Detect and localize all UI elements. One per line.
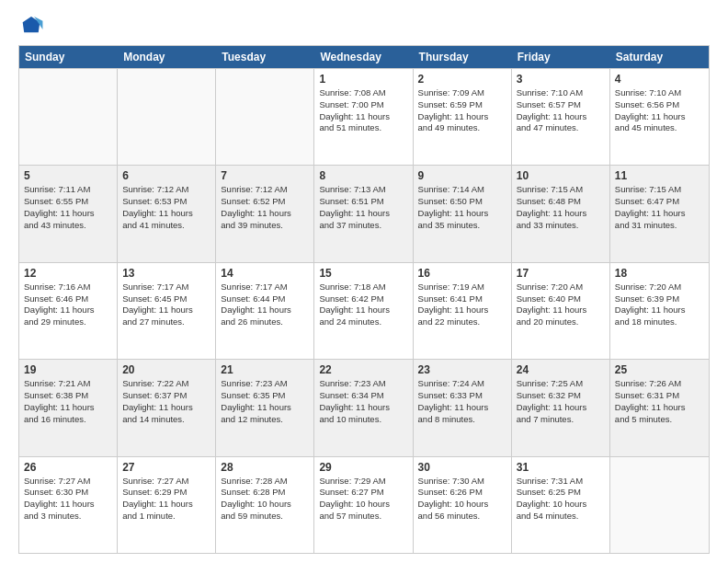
calendar-page: SundayMondayTuesdayWednesdayThursdayFrid… xyxy=(0,0,728,563)
logo-icon xyxy=(18,14,44,40)
cell-info: Sunrise: 7:18 AM Sunset: 6:42 PM Dayligh… xyxy=(319,282,407,328)
cell-info: Sunrise: 7:21 AM Sunset: 6:38 PM Dayligh… xyxy=(24,378,112,425)
header-day-saturday: Saturday xyxy=(610,46,709,68)
calendar-cell xyxy=(610,457,709,553)
calendar-header: SundayMondayTuesdayWednesdayThursdayFrid… xyxy=(19,46,709,68)
cell-info: Sunrise: 7:23 AM Sunset: 6:35 PM Dayligh… xyxy=(221,378,309,425)
calendar-cell: 13Sunrise: 7:17 AM Sunset: 6:45 PM Dayli… xyxy=(118,263,216,359)
cell-day-number: 21 xyxy=(221,363,309,376)
header-day-sunday: Sunday xyxy=(19,46,118,68)
cell-info: Sunrise: 7:23 AM Sunset: 6:34 PM Dayligh… xyxy=(319,378,407,425)
calendar-cell: 26Sunrise: 7:27 AM Sunset: 6:30 PM Dayli… xyxy=(19,457,118,553)
cell-day-number: 17 xyxy=(517,267,605,280)
cell-day-number: 1 xyxy=(319,73,407,86)
calendar-cell: 23Sunrise: 7:24 AM Sunset: 6:33 PM Dayli… xyxy=(414,360,512,455)
cell-day-number: 11 xyxy=(615,169,704,182)
calendar-cell xyxy=(118,69,216,165)
calendar-cell: 1Sunrise: 7:08 AM Sunset: 7:00 PM Daylig… xyxy=(314,69,413,165)
calendar-cell: 15Sunrise: 7:18 AM Sunset: 6:42 PM Dayli… xyxy=(314,263,413,359)
cell-day-number: 31 xyxy=(517,461,605,474)
cell-day-number: 27 xyxy=(122,461,210,474)
calendar-cell: 12Sunrise: 7:16 AM Sunset: 6:46 PM Dayli… xyxy=(19,263,118,359)
calendar-week-2: 5Sunrise: 7:11 AM Sunset: 6:55 PM Daylig… xyxy=(19,165,709,261)
cell-info: Sunrise: 7:14 AM Sunset: 6:50 PM Dayligh… xyxy=(418,184,506,231)
calendar-cell: 27Sunrise: 7:27 AM Sunset: 6:29 PM Dayli… xyxy=(118,457,216,553)
cell-day-number: 25 xyxy=(615,363,704,376)
cell-info: Sunrise: 7:24 AM Sunset: 6:33 PM Dayligh… xyxy=(418,378,506,425)
cell-day-number: 15 xyxy=(319,267,407,280)
calendar-cell: 19Sunrise: 7:21 AM Sunset: 6:38 PM Dayli… xyxy=(19,360,118,455)
cell-day-number: 26 xyxy=(24,461,112,474)
calendar-cell: 10Sunrise: 7:15 AM Sunset: 6:48 PM Dayli… xyxy=(512,166,610,261)
calendar-cell: 4Sunrise: 7:10 AM Sunset: 6:56 PM Daylig… xyxy=(610,69,709,165)
cell-info: Sunrise: 7:28 AM Sunset: 6:28 PM Dayligh… xyxy=(221,476,309,523)
cell-info: Sunrise: 7:20 AM Sunset: 6:40 PM Dayligh… xyxy=(517,282,605,328)
cell-info: Sunrise: 7:22 AM Sunset: 6:37 PM Dayligh… xyxy=(122,378,210,425)
calendar-cell: 7Sunrise: 7:12 AM Sunset: 6:52 PM Daylig… xyxy=(216,166,314,261)
cell-info: Sunrise: 7:09 AM Sunset: 6:59 PM Dayligh… xyxy=(418,87,506,134)
cell-day-number: 28 xyxy=(221,461,309,474)
calendar-cell: 9Sunrise: 7:14 AM Sunset: 6:50 PM Daylig… xyxy=(414,166,512,261)
calendar-cell xyxy=(19,69,118,165)
calendar-cell: 20Sunrise: 7:22 AM Sunset: 6:37 PM Dayli… xyxy=(118,360,216,455)
calendar-cell: 30Sunrise: 7:30 AM Sunset: 6:26 PM Dayli… xyxy=(414,457,512,553)
calendar-cell: 16Sunrise: 7:19 AM Sunset: 6:41 PM Dayli… xyxy=(414,263,512,359)
logo xyxy=(18,14,48,40)
cell-info: Sunrise: 7:10 AM Sunset: 6:56 PM Dayligh… xyxy=(615,87,704,134)
cell-day-number: 30 xyxy=(418,461,506,474)
calendar-week-4: 19Sunrise: 7:21 AM Sunset: 6:38 PM Dayli… xyxy=(19,359,709,455)
calendar-week-5: 26Sunrise: 7:27 AM Sunset: 6:30 PM Dayli… xyxy=(19,456,709,553)
cell-day-number: 3 xyxy=(517,73,605,86)
header-day-wednesday: Wednesday xyxy=(314,46,413,68)
cell-info: Sunrise: 7:17 AM Sunset: 6:44 PM Dayligh… xyxy=(221,282,309,328)
cell-day-number: 19 xyxy=(24,363,112,376)
cell-day-number: 4 xyxy=(615,73,704,86)
cell-day-number: 29 xyxy=(319,461,407,474)
calendar-cell: 21Sunrise: 7:23 AM Sunset: 6:35 PM Dayli… xyxy=(216,360,314,455)
cell-info: Sunrise: 7:12 AM Sunset: 6:52 PM Dayligh… xyxy=(221,184,309,231)
cell-info: Sunrise: 7:27 AM Sunset: 6:29 PM Dayligh… xyxy=(122,476,210,523)
cell-day-number: 22 xyxy=(319,363,407,376)
header-day-friday: Friday xyxy=(512,46,610,68)
cell-info: Sunrise: 7:27 AM Sunset: 6:30 PM Dayligh… xyxy=(24,476,112,523)
header-day-tuesday: Tuesday xyxy=(216,46,314,68)
cell-day-number: 20 xyxy=(122,363,210,376)
cell-day-number: 18 xyxy=(615,267,704,280)
cell-info: Sunrise: 7:12 AM Sunset: 6:53 PM Dayligh… xyxy=(122,184,210,231)
cell-info: Sunrise: 7:30 AM Sunset: 6:26 PM Dayligh… xyxy=(418,476,506,523)
calendar-body: 1Sunrise: 7:08 AM Sunset: 7:00 PM Daylig… xyxy=(19,68,709,553)
cell-day-number: 9 xyxy=(418,169,506,182)
cell-info: Sunrise: 7:20 AM Sunset: 6:39 PM Dayligh… xyxy=(615,282,704,328)
header-day-thursday: Thursday xyxy=(414,46,512,68)
cell-info: Sunrise: 7:19 AM Sunset: 6:41 PM Dayligh… xyxy=(418,282,506,328)
cell-info: Sunrise: 7:13 AM Sunset: 6:51 PM Dayligh… xyxy=(319,184,407,231)
cell-info: Sunrise: 7:26 AM Sunset: 6:31 PM Dayligh… xyxy=(615,378,704,425)
cell-info: Sunrise: 7:17 AM Sunset: 6:45 PM Dayligh… xyxy=(122,282,210,328)
cell-day-number: 5 xyxy=(24,169,112,182)
calendar-cell: 6Sunrise: 7:12 AM Sunset: 6:53 PM Daylig… xyxy=(118,166,216,261)
cell-info: Sunrise: 7:10 AM Sunset: 6:57 PM Dayligh… xyxy=(517,87,605,134)
calendar-cell: 28Sunrise: 7:28 AM Sunset: 6:28 PM Dayli… xyxy=(216,457,314,553)
calendar-cell: 18Sunrise: 7:20 AM Sunset: 6:39 PM Dayli… xyxy=(610,263,709,359)
cell-info: Sunrise: 7:25 AM Sunset: 6:32 PM Dayligh… xyxy=(517,378,605,425)
cell-day-number: 16 xyxy=(418,267,506,280)
cell-day-number: 13 xyxy=(122,267,210,280)
calendar-cell: 31Sunrise: 7:31 AM Sunset: 6:25 PM Dayli… xyxy=(512,457,610,553)
cell-info: Sunrise: 7:16 AM Sunset: 6:46 PM Dayligh… xyxy=(24,282,112,328)
calendar-cell: 25Sunrise: 7:26 AM Sunset: 6:31 PM Dayli… xyxy=(610,360,709,455)
calendar-cell: 14Sunrise: 7:17 AM Sunset: 6:44 PM Dayli… xyxy=(216,263,314,359)
calendar-cell: 11Sunrise: 7:15 AM Sunset: 6:47 PM Dayli… xyxy=(610,166,709,261)
calendar-cell: 24Sunrise: 7:25 AM Sunset: 6:32 PM Dayli… xyxy=(512,360,610,455)
header-day-monday: Monday xyxy=(118,46,216,68)
calendar-week-3: 12Sunrise: 7:16 AM Sunset: 6:46 PM Dayli… xyxy=(19,262,709,359)
cell-day-number: 6 xyxy=(122,169,210,182)
cell-info: Sunrise: 7:15 AM Sunset: 6:47 PM Dayligh… xyxy=(615,184,704,231)
cell-day-number: 10 xyxy=(517,169,605,182)
calendar-cell: 22Sunrise: 7:23 AM Sunset: 6:34 PM Dayli… xyxy=(314,360,413,455)
calendar-cell: 3Sunrise: 7:10 AM Sunset: 6:57 PM Daylig… xyxy=(512,69,610,165)
calendar-cell: 8Sunrise: 7:13 AM Sunset: 6:51 PM Daylig… xyxy=(314,166,413,261)
calendar-week-1: 1Sunrise: 7:08 AM Sunset: 7:00 PM Daylig… xyxy=(19,68,709,165)
header xyxy=(18,14,710,40)
calendar-cell xyxy=(216,69,314,165)
cell-day-number: 8 xyxy=(319,169,407,182)
